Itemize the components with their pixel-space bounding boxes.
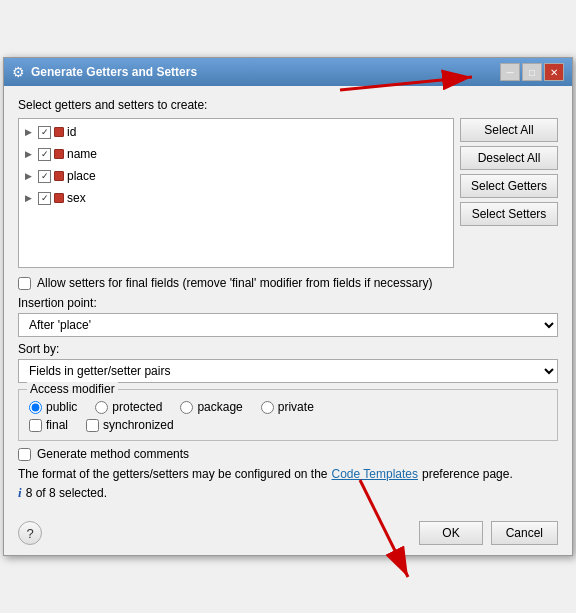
checkbox-sex[interactable]	[38, 192, 51, 205]
final-checkbox-item: final	[29, 418, 68, 432]
radio-package-input[interactable]	[180, 401, 193, 414]
bottom-bar: ? OK Cancel	[4, 515, 572, 555]
expand-arrow: ▶	[25, 171, 35, 181]
access-modifier-title: Access modifier	[27, 382, 118, 396]
final-label: final	[46, 418, 68, 432]
radio-package: package	[180, 400, 242, 414]
radio-protected-label: protected	[112, 400, 162, 414]
field-name-id: id	[67, 125, 76, 139]
code-templates-link[interactable]: Code Templates	[332, 467, 419, 481]
tree-area: ▶ id ▶ name ▶ place	[18, 118, 558, 268]
tree-item[interactable]: ▶ place	[21, 165, 451, 187]
expand-arrow: ▶	[25, 149, 35, 159]
checkbox-id[interactable]	[38, 126, 51, 139]
final-checkbox[interactable]	[29, 419, 42, 432]
help-button[interactable]: ?	[18, 521, 42, 545]
field-type-icon	[54, 149, 64, 159]
select-all-button[interactable]: Select All	[460, 118, 558, 142]
checkbox-name[interactable]	[38, 148, 51, 161]
title-bar-left: ⚙ Generate Getters and Setters	[12, 64, 197, 80]
fields-tree[interactable]: ▶ id ▶ name ▶ place	[18, 118, 454, 268]
field-name-name: name	[67, 147, 97, 161]
radio-private: private	[261, 400, 314, 414]
maximize-button[interactable]: □	[522, 63, 542, 81]
ok-cancel-buttons: OK Cancel	[419, 521, 558, 545]
instruction-label: Select getters and setters to create:	[18, 98, 558, 112]
side-buttons: Select All Deselect All Select Getters S…	[460, 118, 558, 268]
tree-item[interactable]: ▶ sex	[21, 187, 451, 209]
sort-by-dropdown[interactable]: Fields in getter/setter pairs Alphabetic…	[18, 359, 558, 383]
cancel-button[interactable]: Cancel	[491, 521, 558, 545]
status-row: i 8 of 8 selected.	[18, 485, 558, 501]
deselect-all-button[interactable]: Deselect All	[460, 146, 558, 170]
sort-by-label: Sort by:	[18, 342, 558, 356]
radio-private-input[interactable]	[261, 401, 274, 414]
field-type-icon	[54, 127, 64, 137]
radio-row: public protected package private	[29, 400, 547, 414]
radio-public: public	[29, 400, 77, 414]
checkbox-row: final synchronized	[29, 418, 547, 432]
insertion-point-dropdown[interactable]: After 'place' First method Last method	[18, 313, 558, 337]
window-icon: ⚙	[12, 64, 25, 80]
field-name-place: place	[67, 169, 96, 183]
checkbox-place[interactable]	[38, 170, 51, 183]
field-name-sex: sex	[67, 191, 86, 205]
generate-comments-row: Generate method comments	[18, 447, 558, 461]
synchronized-checkbox[interactable]	[86, 419, 99, 432]
info-icon: i	[18, 485, 22, 501]
status-text: 8 of 8 selected.	[26, 486, 107, 500]
close-button[interactable]: ✕	[544, 63, 564, 81]
select-setters-button[interactable]: Select Setters	[460, 202, 558, 226]
insertion-point-label: Insertion point:	[18, 296, 558, 310]
allow-setters-label: Allow setters for final fields (remove '…	[37, 276, 432, 290]
generate-comments-checkbox[interactable]	[18, 448, 31, 461]
radio-public-label: public	[46, 400, 77, 414]
title-bar: ⚙ Generate Getters and Setters ─ □ ✕	[4, 58, 572, 86]
field-type-icon	[54, 193, 64, 203]
generate-comments-label: Generate method comments	[37, 447, 189, 461]
expand-arrow: ▶	[25, 127, 35, 137]
tree-item[interactable]: ▶ name	[21, 143, 451, 165]
allow-setters-checkbox[interactable]	[18, 277, 31, 290]
access-modifier-group: Access modifier public protected package…	[18, 389, 558, 441]
window-title: Generate Getters and Setters	[31, 65, 197, 79]
expand-arrow: ▶	[25, 193, 35, 203]
minimize-button[interactable]: ─	[500, 63, 520, 81]
code-templates-row: The format of the getters/setters may be…	[18, 467, 558, 481]
ok-button[interactable]: OK	[419, 521, 482, 545]
radio-private-label: private	[278, 400, 314, 414]
dialog-content: Select getters and setters to create: ▶ …	[4, 86, 572, 515]
radio-protected: protected	[95, 400, 162, 414]
code-templates-prefix: The format of the getters/setters may be…	[18, 467, 328, 481]
code-templates-suffix: preference page.	[422, 467, 513, 481]
tree-item[interactable]: ▶ id	[21, 121, 451, 143]
select-getters-button[interactable]: Select Getters	[460, 174, 558, 198]
title-buttons: ─ □ ✕	[500, 63, 564, 81]
synchronized-label: synchronized	[103, 418, 174, 432]
field-type-icon	[54, 171, 64, 181]
allow-setters-row: Allow setters for final fields (remove '…	[18, 276, 558, 290]
radio-public-input[interactable]	[29, 401, 42, 414]
radio-package-label: package	[197, 400, 242, 414]
synchronized-checkbox-item: synchronized	[86, 418, 174, 432]
radio-protected-input[interactable]	[95, 401, 108, 414]
dialog-window: ⚙ Generate Getters and Setters ─ □ ✕ Sel…	[3, 57, 573, 556]
